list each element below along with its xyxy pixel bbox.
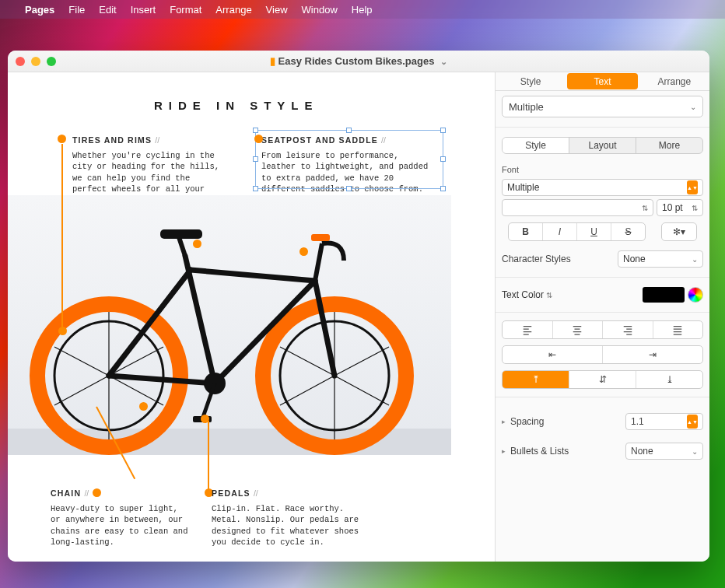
subtab-layout[interactable]: Layout — [569, 138, 636, 153]
underline-button[interactable]: U — [577, 223, 611, 240]
format-inspector: Style Text Arrange Multiple ⌄ Style Layo… — [496, 72, 709, 562]
text-color-swatch[interactable] — [643, 287, 685, 303]
menu-edit[interactable]: Edit — [99, 4, 116, 16]
outdent-button[interactable]: ⇤ — [503, 346, 603, 363]
menu-arrange[interactable]: Arrange — [215, 4, 251, 16]
menu-window[interactable]: Window — [302, 4, 338, 16]
menu-format[interactable]: Format — [170, 4, 201, 16]
text-subtabs: Style Layout More — [502, 137, 703, 154]
typeface-dropdown[interactable]: ⇅ — [502, 199, 653, 216]
title-menu-chevron-icon[interactable]: ⌄ — [440, 57, 447, 66]
valign-top-icon: ⤒ — [532, 374, 540, 385]
svg-rect-27 — [160, 229, 202, 239]
align-center-button[interactable] — [553, 321, 604, 338]
tab-text[interactable]: Text — [567, 73, 637, 89]
app-window: ▮ Easy Rides Custom Bikes.pages ⌄ RIDE I… — [8, 51, 709, 562]
align-justify-button[interactable] — [653, 321, 703, 338]
resize-handle[interactable] — [253, 156, 258, 162]
italic-button[interactable]: I — [543, 223, 577, 240]
resize-handle[interactable] — [346, 186, 352, 191]
bullets-dropdown[interactable]: None⌄ — [625, 443, 703, 460]
advanced-font-button[interactable]: ✻▾ — [662, 223, 696, 240]
indent-button[interactable]: ⇥ — [603, 346, 702, 363]
indent-group: ⇤ ⇥ — [502, 345, 703, 364]
svg-line-26 — [179, 237, 185, 256]
tab-style[interactable]: Style — [496, 72, 566, 90]
paragraph-style-dropdown[interactable]: Multiple ⌄ — [502, 96, 703, 117]
resize-handle[interactable] — [253, 128, 258, 133]
font-section-label: Font — [502, 165, 703, 174]
color-picker-button[interactable] — [688, 287, 703, 303]
gear-icon: ✻▾ — [673, 226, 685, 237]
font-family-dropdown[interactable]: Multiple ▲▼ — [502, 179, 703, 196]
callout-chain[interactable]: CHAIN // Heavy-duty to super light, or a… — [51, 488, 191, 548]
minimize-window-button[interactable] — [31, 57, 40, 66]
callout-body: Heavy-duty to super light, or anywhere i… — [51, 503, 191, 548]
bold-button[interactable]: B — [509, 223, 543, 240]
callout-body: Clip-in. Flat. Race worthy. Metal. Nonsl… — [212, 503, 367, 548]
menu-file[interactable]: File — [68, 4, 85, 16]
callout-pedals[interactable]: PEDALS // Clip-in. Flat. Race worthy. Me… — [212, 488, 367, 548]
callout-heading: TIRES AND RIMS — [72, 135, 152, 145]
valign-middle-button[interactable]: ⇵ — [569, 371, 636, 388]
character-styles-dropdown[interactable]: None⌄ — [618, 250, 703, 268]
subtab-more[interactable]: More — [636, 138, 702, 153]
document-title: Easy Rides Custom Bikes.pages — [278, 55, 435, 67]
tab-arrange[interactable]: Arrange — [639, 72, 709, 90]
leader-line — [208, 421, 209, 491]
resize-handle[interactable] — [346, 128, 352, 133]
callout-heading: PEDALS — [212, 488, 250, 498]
stepper-arrows-icon: ▲▼ — [687, 180, 698, 194]
leader-dot — [299, 247, 308, 256]
zoom-window-button[interactable] — [47, 57, 56, 66]
resize-handle[interactable] — [440, 156, 446, 162]
page-title[interactable]: RIDE IN STYLE — [154, 99, 319, 112]
bullets-disclosure[interactable]: ▸ Bullets & Lists None⌄ — [502, 443, 703, 460]
valign-bottom-icon: ⤓ — [666, 374, 674, 385]
line-spacing-dropdown[interactable]: 1.1 ▲▼ — [625, 413, 703, 430]
align-left-button[interactable] — [503, 321, 553, 338]
titlebar[interactable]: ▮ Easy Rides Custom Bikes.pages ⌄ — [8, 51, 709, 72]
resize-handle[interactable] — [440, 186, 446, 191]
svg-line-10 — [54, 347, 109, 376]
bicycle-photo[interactable] — [8, 195, 451, 455]
svg-line-12 — [334, 347, 389, 376]
svg-line-9 — [54, 376, 109, 405]
document-icon: ▮ — [270, 55, 275, 67]
valign-top-button[interactable]: ⤒ — [503, 371, 569, 388]
align-right-button[interactable] — [603, 321, 653, 338]
leader-dot — [193, 240, 201, 248]
chevron-updown-icon: ⇅ — [642, 204, 648, 212]
selection-box[interactable] — [255, 130, 443, 189]
disclosure-triangle-icon: ▸ — [502, 447, 506, 455]
paragraph-style-value: Multiple — [509, 101, 544, 113]
disclosure-triangle-icon: ▸ — [502, 418, 506, 425]
menu-help[interactable]: Help — [352, 4, 373, 16]
menu-insert[interactable]: Insert — [131, 4, 156, 16]
stepper-arrows-icon: ▲▼ — [687, 415, 698, 429]
svg-line-20 — [109, 376, 215, 383]
valign-middle-icon: ⇵ — [599, 374, 607, 385]
horizontal-align-group — [502, 320, 703, 339]
menu-view[interactable]: View — [266, 4, 288, 16]
subtab-style[interactable]: Style — [503, 138, 569, 153]
svg-line-13 — [334, 376, 389, 405]
valign-bottom-button[interactable]: ⤓ — [636, 371, 702, 388]
svg-line-19 — [315, 281, 334, 376]
spacing-disclosure[interactable]: ▸ Spacing 1.1 ▲▼ — [502, 413, 703, 430]
svg-line-15 — [280, 376, 334, 405]
close-window-button[interactable] — [16, 57, 25, 66]
font-size-field[interactable]: 10 pt⇅ — [657, 199, 703, 216]
stepper-icon: ⇅ — [692, 204, 698, 212]
resize-handle[interactable] — [440, 128, 446, 133]
strikethrough-button[interactable]: S — [611, 223, 645, 240]
app-menu[interactable]: Pages — [25, 4, 54, 16]
svg-line-28 — [315, 243, 322, 281]
leader-line — [61, 144, 63, 327]
leader-dot — [254, 135, 263, 143]
document-canvas[interactable]: RIDE IN STYLE TIRES AND RIMS // Whether … — [8, 72, 496, 562]
resize-handle[interactable] — [253, 186, 258, 191]
menubar: Pages File Edit Insert Format Arrange Vi… — [0, 0, 725, 19]
leader-dot — [139, 402, 148, 411]
chevron-down-icon: ⌄ — [690, 103, 696, 111]
